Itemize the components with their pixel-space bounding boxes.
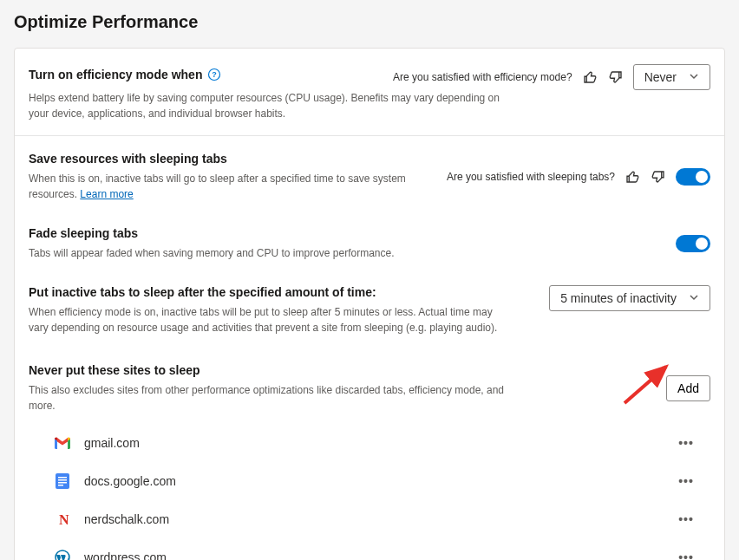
never-sleep-title: Never put these sites to sleep xyxy=(29,363,514,377)
efficiency-select-value: Never xyxy=(644,70,677,84)
info-icon[interactable]: ? xyxy=(207,68,221,81)
site-row: wordpress.com ••• xyxy=(29,538,710,560)
thumbs-down-icon[interactable] xyxy=(607,68,625,86)
inactivity-select[interactable]: 5 minutes of inactivity xyxy=(549,285,710,311)
svg-rect-2 xyxy=(56,473,69,489)
efficiency-feedback-text: Are you satisfied with efficiency mode? xyxy=(393,71,572,83)
efficiency-mode-select[interactable]: Never xyxy=(633,64,710,90)
gmail-icon xyxy=(55,435,70,451)
inactive-title: Put inactive tabs to sleep after the spe… xyxy=(29,285,514,299)
more-icon[interactable]: ••• xyxy=(676,433,696,453)
svg-rect-6 xyxy=(58,485,63,486)
sleeping-feedback-text: Are you satisfied with sleeping tabs? xyxy=(447,171,615,183)
svg-text:N: N xyxy=(59,512,69,526)
sleeping-title: Save resources with sleeping tabs xyxy=(29,152,438,166)
site-list: gmail.com ••• docs.google.com ••• N nerd… xyxy=(29,413,710,560)
chevron-down-icon xyxy=(689,291,699,305)
site-row: gmail.com ••• xyxy=(29,424,710,462)
efficiency-title: Turn on efficiency mode when ? xyxy=(29,68,221,81)
page-title: Optimize Performance xyxy=(14,12,725,32)
learn-more-link[interactable]: Learn more xyxy=(80,188,133,200)
svg-rect-5 xyxy=(58,482,67,484)
svg-rect-4 xyxy=(58,479,67,481)
fade-title: Fade sleeping tabs xyxy=(29,226,395,240)
efficiency-title-text: Turn on efficiency mode when xyxy=(29,68,202,81)
more-icon[interactable]: ••• xyxy=(676,471,696,492)
more-icon[interactable]: ••• xyxy=(676,509,696,530)
inactivity-select-value: 5 minutes of inactivity xyxy=(560,291,677,305)
wordpress-icon xyxy=(55,550,70,560)
site-name: gmail.com xyxy=(84,436,676,450)
thumbs-up-icon[interactable] xyxy=(581,68,598,86)
site-name: docs.google.com xyxy=(84,474,676,488)
efficiency-desc: Helps extend battery life by saving comp… xyxy=(29,90,514,121)
site-row: docs.google.com ••• xyxy=(29,462,710,500)
svg-rect-3 xyxy=(58,477,67,479)
sleeping-section: Save resources with sleeping tabs When t… xyxy=(15,136,724,560)
site-name: nerdschalk.com xyxy=(84,512,676,526)
add-button[interactable]: Add xyxy=(666,375,710,401)
inactive-desc: When efficiency mode is on, inactive tab… xyxy=(29,304,514,335)
performance-card: Turn on efficiency mode when ? Are you s… xyxy=(14,48,725,560)
more-icon[interactable]: ••• xyxy=(676,547,696,560)
site-name: wordpress.com xyxy=(84,550,676,560)
never-sleep-desc: This also excludes sites from other perf… xyxy=(29,382,514,413)
fade-tabs-toggle[interactable] xyxy=(676,235,710,252)
fade-desc: Tabs will appear faded when saving memor… xyxy=(29,245,395,261)
sleeping-tabs-toggle[interactable] xyxy=(676,168,710,186)
svg-text:?: ? xyxy=(213,70,218,79)
thumbs-down-icon[interactable] xyxy=(650,168,667,186)
site-row: N nerdschalk.com ••• xyxy=(29,500,710,538)
sleeping-desc: When this is on, inactive tabs will go t… xyxy=(29,171,438,202)
docs-icon xyxy=(55,473,70,489)
chevron-down-icon xyxy=(689,70,699,84)
thumbs-up-icon[interactable] xyxy=(624,168,641,186)
efficiency-section: Turn on efficiency mode when ? Are you s… xyxy=(15,49,724,136)
nerdschalk-icon: N xyxy=(55,511,70,527)
